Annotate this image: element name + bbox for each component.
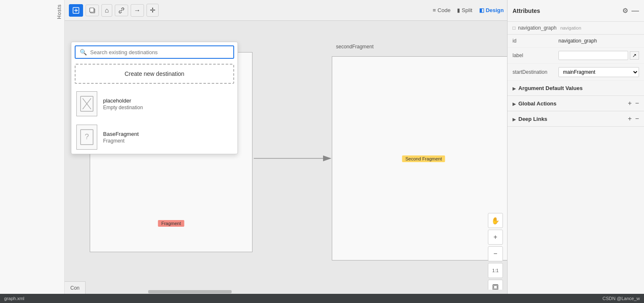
attributes-nav: □ navigation_graph navigation	[508, 22, 644, 35]
svg-rect-4	[90, 8, 94, 12]
minimize-button[interactable]: —	[631, 6, 639, 15]
search-container: 🔍	[75, 45, 234, 59]
split-view-button[interactable]: ▮ Split	[454, 5, 475, 15]
attr-label-expand[interactable]: ↗	[630, 51, 639, 60]
svg-text:?: ?	[85, 133, 89, 141]
nav-icon: □	[513, 25, 515, 31]
create-new-destination-button[interactable]: Create new destination	[75, 64, 234, 84]
zoom-controls: ✋ + − 1:1	[488, 213, 503, 295]
home-button[interactable]: ⌂	[101, 4, 112, 17]
settings-button[interactable]: ⚙	[622, 7, 628, 15]
argument-default-values-section[interactable]: Argument Default Values	[508, 81, 644, 96]
zoom-in-button[interactable]: +	[488, 230, 503, 245]
bottom-tab[interactable]: Con	[65, 281, 86, 294]
code-icon: ≡	[433, 7, 436, 13]
list-item[interactable]: placeholder Empty destination	[71, 87, 237, 120]
deep-links-left: Deep Links	[513, 116, 547, 122]
nav-text: navigation_graph	[518, 25, 556, 31]
attr-id-row: id navigation_graph	[508, 35, 644, 48]
pan-button[interactable]: ✋	[488, 213, 503, 228]
basefragment-info: BaseFragment Fragment	[103, 131, 139, 144]
global-actions-label: Global Actions	[518, 100, 556, 107]
placeholder-info: placeholder Empty destination	[103, 98, 143, 110]
design-view-button[interactable]: ◧ Design	[476, 5, 507, 15]
search-input[interactable]	[90, 49, 229, 55]
left-sidebar: Hosts	[0, 0, 65, 303]
global-actions-chevron-icon	[513, 100, 516, 107]
attr-startdest-select[interactable]: mainFragment	[558, 67, 639, 77]
attr-startdest-label: startDestination	[513, 69, 558, 75]
fragment-icon-box: ?	[76, 125, 97, 150]
design-icon: ◧	[479, 7, 484, 13]
panel-header-icons: ⚙ —	[622, 6, 639, 15]
placeholder-icon-box	[76, 91, 97, 116]
status-left: graph.xml	[4, 296, 24, 301]
attr-label-row: label ↗	[508, 48, 644, 64]
fragment2-label: secondFragment	[336, 44, 374, 50]
attr-label-input[interactable]	[558, 51, 628, 60]
hosts-label: Hosts	[54, 0, 64, 23]
deep-links-section[interactable]: Deep Links + −	[508, 111, 644, 127]
deep-links-icons: + −	[628, 115, 639, 122]
argument-chevron-icon	[513, 85, 516, 91]
status-right: CSDN @Lance_w	[603, 296, 640, 301]
global-actions-left: Global Actions	[513, 100, 556, 107]
list-item[interactable]: ? BaseFragment Fragment	[71, 120, 237, 154]
link-button[interactable]	[115, 5, 128, 16]
arrow-button[interactable]: →	[131, 4, 144, 17]
argument-section-label: Argument Default Values	[518, 85, 583, 91]
search-icon: 🔍	[80, 49, 87, 55]
deep-links-add-button[interactable]: +	[628, 115, 631, 122]
attr-id-label: id	[513, 38, 558, 44]
scroll-thumb[interactable]	[148, 290, 232, 293]
argument-section-left: Argument Default Values	[513, 85, 583, 91]
status-bar: graph.xml CSDN @Lance_w	[0, 294, 644, 303]
global-actions-add-button[interactable]: +	[628, 100, 631, 107]
destination-dropdown: 🔍 Create new destination placeholder Emp…	[71, 42, 238, 154]
nav-suffix: navigation	[559, 25, 581, 30]
right-panel: Attributes ⚙ — □ navigation_graph naviga…	[507, 0, 644, 303]
code-view-button[interactable]: ≡ Code	[429, 5, 454, 15]
deep-links-remove-button[interactable]: −	[635, 115, 639, 122]
deep-links-chevron-icon	[513, 116, 516, 122]
fragment-icon: ?	[80, 129, 93, 145]
view-mode-bar: ≡ Code ▮ Split ◧ Design	[429, 0, 507, 21]
attr-id-value: navigation_graph	[558, 38, 639, 44]
horizontal-scrollbar[interactable]	[86, 290, 507, 294]
deep-links-label: Deep Links	[518, 116, 547, 122]
copy-button[interactable]	[86, 5, 99, 16]
fragment1-badge: Fragment	[158, 220, 184, 227]
fragment2-box[interactable]: Second Fragment	[332, 56, 507, 260]
global-actions-remove-button[interactable]: −	[635, 100, 639, 107]
global-actions-section[interactable]: Global Actions + −	[508, 96, 644, 111]
global-actions-icons: + −	[628, 100, 639, 107]
placeholder-icon	[80, 96, 93, 112]
zoom-out-button[interactable]: −	[488, 246, 503, 261]
move-button[interactable]: ✛	[146, 4, 159, 17]
toolbar-left: ⌂ → ✛	[69, 4, 159, 17]
svg-rect-7	[494, 285, 497, 289]
attr-startdest-row: startDestination mainFragment	[508, 64, 644, 81]
fragment2-badge: Second Fragment	[402, 155, 445, 162]
attributes-title: Attributes	[513, 8, 540, 14]
zoom-reset-button[interactable]: 1:1	[488, 263, 503, 278]
attributes-header: Attributes ⚙ —	[508, 0, 644, 22]
split-icon: ▮	[457, 7, 460, 13]
attr-label-label: label	[513, 53, 558, 58]
add-destination-button[interactable]	[69, 4, 83, 17]
